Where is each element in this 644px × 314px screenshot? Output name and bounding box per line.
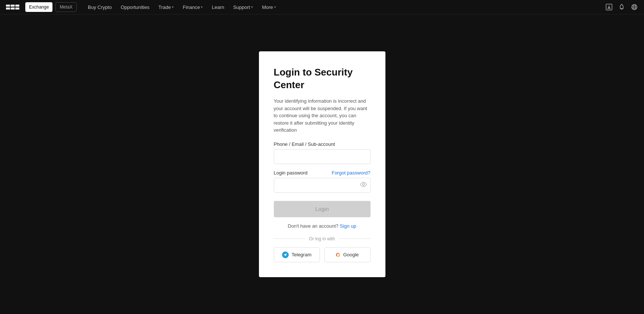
- password-input[interactable]: [274, 178, 371, 193]
- svg-rect-5: [15, 7, 19, 9]
- svg-point-13: [362, 183, 364, 185]
- google-icon: G: [336, 251, 340, 258]
- password-field-label: Login password Forgot password?: [274, 170, 371, 176]
- nav-opportunities[interactable]: Opportunities: [117, 0, 153, 15]
- more-chevron-icon: ▾: [274, 5, 276, 9]
- forgot-password-link[interactable]: Forgot password?: [331, 170, 370, 176]
- finance-chevron-icon: ▾: [201, 5, 203, 9]
- divider-line-right: [339, 238, 371, 239]
- google-login-button[interactable]: G Google: [324, 247, 371, 262]
- toggle-password-icon[interactable]: [360, 182, 367, 189]
- phone-input-wrapper: [274, 149, 371, 164]
- nav-learn[interactable]: Learn: [208, 0, 228, 15]
- nav-links: Buy Crypto Opportunities Trade ▾ Finance…: [84, 0, 602, 15]
- metax-tab[interactable]: MetaX: [55, 2, 77, 12]
- nav-more[interactable]: More ▾: [258, 0, 280, 15]
- login-card: Login to Security Center Your identifyin…: [259, 51, 385, 277]
- divider-line-left: [274, 238, 305, 239]
- main-content: Login to Security Center Your identifyin…: [0, 15, 644, 314]
- navbar-right: [605, 3, 638, 11]
- or-divider-text: Or log in with: [309, 236, 335, 241]
- login-title: Login to Security Center: [274, 66, 371, 92]
- nav-trade[interactable]: Trade ▾: [155, 0, 177, 15]
- nav-finance[interactable]: Finance ▾: [179, 0, 206, 15]
- phone-field-label: Phone / Email / Sub-account: [274, 141, 371, 147]
- telegram-icon: [282, 251, 289, 258]
- support-chevron-icon: ▾: [251, 5, 253, 9]
- svg-rect-0: [6, 4, 10, 6]
- svg-rect-1: [6, 7, 10, 9]
- or-divider: Or log in with: [274, 236, 371, 241]
- svg-rect-2: [11, 4, 15, 6]
- exchange-tab[interactable]: Exchange: [25, 2, 52, 12]
- nav-buy-crypto[interactable]: Buy Crypto: [84, 0, 115, 15]
- navbar-logo: [6, 3, 19, 11]
- svg-rect-3: [11, 7, 15, 9]
- globe-icon[interactable]: [631, 3, 638, 11]
- okx-logo-icon: [6, 3, 19, 11]
- navbar: Exchange MetaX Buy Crypto Opportunities …: [0, 0, 644, 15]
- nav-support[interactable]: Support ▾: [230, 0, 257, 15]
- download-icon[interactable]: [605, 3, 613, 11]
- phone-email-input[interactable]: [274, 149, 371, 164]
- signup-link[interactable]: Sign up: [340, 223, 356, 229]
- password-input-wrapper: [274, 178, 371, 193]
- trade-chevron-icon: ▾: [172, 5, 174, 9]
- notification-icon[interactable]: [618, 3, 625, 11]
- login-button[interactable]: Login: [274, 201, 371, 217]
- login-notice: Your identifying information is incorrec…: [274, 97, 371, 134]
- social-buttons: Telegram G Google: [274, 247, 371, 262]
- signup-row: Don't have an account? Sign up: [274, 223, 371, 229]
- telegram-login-button[interactable]: Telegram: [274, 247, 320, 262]
- svg-rect-4: [15, 4, 19, 6]
